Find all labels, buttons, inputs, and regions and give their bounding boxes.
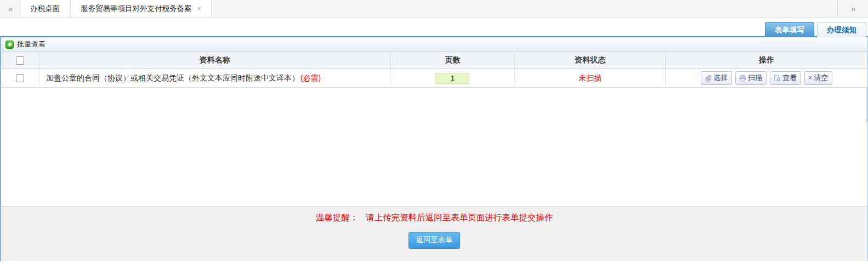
- material-name: 加盖公章的合同（协议）或相关交易凭证（外文文本应同时附送中文译本）: [46, 73, 299, 83]
- button-label: 查看: [782, 73, 797, 83]
- table-row: 加盖公章的合同（协议）或相关交易凭证（外文文本应同时附送中文译本） (必需) 1…: [1, 69, 867, 88]
- table-header-row: 资料名称 页数 资料状态 操作: [1, 52, 867, 69]
- tabbar-spacer: [212, 0, 837, 17]
- tab-form-fill[interactable]: 表单填写: [765, 22, 814, 37]
- select-file-button[interactable]: 选择: [701, 71, 732, 85]
- batch-view-icon: ✱: [5, 41, 14, 49]
- close-tab-icon[interactable]: ×: [197, 4, 202, 13]
- required-tag: (必需): [300, 73, 321, 83]
- clear-x-icon: ×: [808, 74, 812, 82]
- reminder-label: 温馨提醒：: [316, 213, 359, 222]
- scroll-tabs-right-icon[interactable]: »: [837, 0, 868, 17]
- status-badge: 未扫描: [578, 73, 602, 83]
- reminder-body: 请上传完资料后返回至表单页面进行表单提交操作: [366, 213, 553, 222]
- footer-bar: 温馨提醒：请上传完资料后返回至表单页面进行表单提交操作 返回至表单: [1, 206, 867, 261]
- view-tabs: 表单填写 办理须知: [0, 18, 868, 37]
- tab-foreign-payment-filing[interactable]: 服务贸易等项目对外支付税务备案 ×: [70, 0, 212, 17]
- return-to-form-button[interactable]: 返回至表单: [409, 232, 460, 249]
- pages-cell: 1: [391, 69, 515, 87]
- material-name-cell: 加盖公章的合同（协议）或相关交易凭证（外文文本应同时附送中文译本） (必需): [39, 69, 391, 87]
- grid-toolbar: ✱ 批量查看: [1, 37, 867, 52]
- main-panel: ✱ 批量查看 资料名称 页数 资料状态 操作 加盖公章的合同（协议）或相关交易凭…: [0, 36, 868, 261]
- tab-instructions[interactable]: 办理须知: [817, 22, 866, 37]
- pages-count-field[interactable]: 1: [435, 73, 469, 84]
- header-status: 资料状态: [515, 52, 666, 69]
- row-checkbox[interactable]: [16, 74, 24, 82]
- scan-button[interactable]: 扫描: [735, 71, 767, 85]
- row-checkbox-cell: [1, 69, 39, 87]
- tab-tax-desktop[interactable]: 办税桌面: [20, 0, 70, 17]
- table-empty-area: [1, 88, 867, 206]
- header-pages: 页数: [391, 52, 515, 69]
- top-tab-bar: « 办税桌面 服务贸易等项目对外支付税务备案 × »: [0, 0, 868, 18]
- header-checkbox-cell: [1, 52, 39, 69]
- reminder-text: 温馨提醒：请上传完资料后返回至表单页面进行表单提交操作: [316, 212, 553, 224]
- scroll-tabs-left-icon[interactable]: «: [0, 0, 20, 17]
- view-button[interactable]: 查看: [770, 71, 801, 85]
- header-actions: 操作: [666, 52, 867, 69]
- batch-view-button[interactable]: 批量查看: [17, 39, 46, 49]
- status-cell: 未扫描: [515, 69, 666, 87]
- actions-cell: 选择 扫描 查看 × 清空: [666, 69, 867, 87]
- header-name: 资料名称: [39, 52, 391, 69]
- tab-label: 服务贸易等项目对外支付税务备案: [81, 4, 192, 14]
- button-label: 清空: [814, 73, 828, 83]
- tab-label: 办税桌面: [30, 4, 60, 14]
- paperclip-icon: [705, 75, 712, 82]
- printer-icon: [739, 75, 746, 82]
- button-label: 选择: [713, 73, 728, 83]
- select-all-checkbox[interactable]: [16, 56, 24, 65]
- clear-button[interactable]: × 清空: [804, 71, 832, 85]
- button-label: 扫描: [748, 73, 762, 83]
- view-doc-icon: [774, 75, 781, 82]
- vertical-scrollbar-thumb[interactable]: [866, 88, 867, 122]
